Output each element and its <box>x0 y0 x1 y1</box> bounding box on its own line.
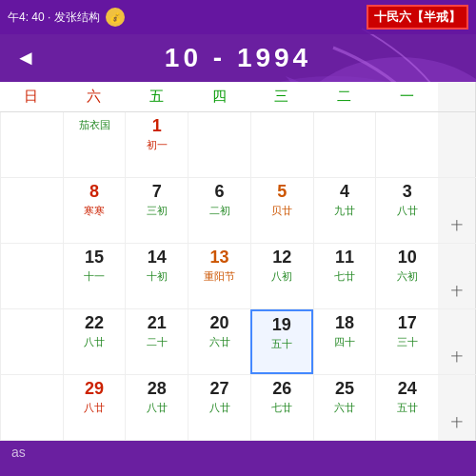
cell-sub-text: 初一 <box>129 138 184 152</box>
cal-cell-4-4[interactable]: 28八廿 <box>125 375 188 440</box>
cell-number: 3 <box>380 182 434 202</box>
cal-cell-2-2[interactable]: 12八初 <box>250 244 313 308</box>
calendar-row-0: 1初一茄衣国 <box>0 112 476 178</box>
cell-number: 6 <box>192 182 247 202</box>
cell-sub-text: 七廿 <box>255 401 309 415</box>
cell-sub-text: 二初 <box>192 204 247 218</box>
cell-sub-text: 贝廿 <box>255 204 309 218</box>
cell-sub-text: 八廿 <box>129 401 184 415</box>
cal-cell-3-2[interactable]: 19五十 <box>250 309 313 374</box>
cell-sub-text: 六廿 <box>318 401 372 415</box>
cell-sub-text: 八廿 <box>68 335 122 349</box>
calendar-header: 一二三四五六日 <box>0 82 476 112</box>
cal-cell-3-1[interactable]: 18四十 <box>313 309 376 374</box>
cal-cell-1-0[interactable]: 3八廿 <box>375 178 438 243</box>
calendar-row-2: 十10六初11七廿12八初13重阳节14十初15十一 <box>0 244 476 309</box>
cal-cell-1-6 <box>0 178 63 243</box>
calendar-body: 1初一茄衣国十3八廿4九廿5贝廿6二初7三初8寒寒十10六初11七廿12八初13… <box>0 112 476 441</box>
cell-number: 26 <box>255 379 309 399</box>
prev-month-button[interactable]: ◄ <box>15 46 36 70</box>
cell-number: 8 <box>68 182 122 202</box>
row-label-3: 十 <box>438 309 476 374</box>
cal-cell-1-4[interactable]: 7三初 <box>125 178 188 243</box>
cal-cell-4-5[interactable]: 29八廿 <box>63 375 126 440</box>
year-month-display: 1994 - 10 <box>165 43 311 73</box>
cal-cell-4-2[interactable]: 26七廿 <box>250 375 313 440</box>
cal-cell-1-2[interactable]: 5贝廿 <box>250 178 313 243</box>
cal-cell-3-6 <box>0 309 63 374</box>
cell-number: 12 <box>255 248 309 268</box>
cal-cell-1-5[interactable]: 8寒寒 <box>63 178 126 243</box>
cal-cell-4-1[interactable]: 25六廿 <box>313 375 376 440</box>
cell-number: 1 <box>129 116 184 136</box>
cal-cell-0-5: 茄衣国 <box>63 112 126 177</box>
cal-cell-3-0[interactable]: 17三十 <box>375 309 438 374</box>
weekday-header-三: 三 <box>250 82 313 111</box>
cell-number: 11 <box>318 248 372 268</box>
cal-cell-2-5[interactable]: 15十一 <box>63 244 126 308</box>
cal-cell-3-3[interactable]: 20六廿 <box>188 309 250 374</box>
row-label-4: 十 <box>438 375 476 440</box>
cal-cell-2-3[interactable]: 13重阳节 <box>188 244 250 308</box>
cell-sub-text: 六初 <box>380 269 434 284</box>
cell-sub-text: 七廿 <box>318 269 372 284</box>
header-side-cell <box>438 82 476 111</box>
cell-sub-text: 九廿 <box>318 204 372 218</box>
cell-sub-text: 六廿 <box>192 335 247 349</box>
cell-sub-text: 五廿 <box>380 401 434 415</box>
cal-cell-0-2 <box>250 112 313 177</box>
calendar-row-1: 十3八廿4九廿5贝廿6二初7三初8寒寒 <box>0 178 476 244</box>
cell-number: 15 <box>68 248 122 268</box>
cell-sub-text: 八初 <box>255 269 309 284</box>
cell-number: 24 <box>380 379 434 399</box>
cal-cell-3-5[interactable]: 22八廿 <box>63 309 126 374</box>
calendar-row-3: 十17三十18四十19五十20六廿21二十22八廿 <box>0 309 476 375</box>
cal-cell-0-0 <box>375 112 438 177</box>
cal-cell-1-3[interactable]: 6二初 <box>188 178 250 243</box>
cal-cell-2-1[interactable]: 11七廿 <box>313 244 376 308</box>
cal-cell-0-3 <box>188 112 250 177</box>
cell-sub-text: 二十 <box>129 335 184 349</box>
cal-cell-2-0[interactable]: 10六初 <box>375 244 438 308</box>
row-label-2: 十 <box>438 244 476 308</box>
cal-cell-4-0[interactable]: 24五廿 <box>375 375 438 440</box>
cal-cell-0-4[interactable]: 1初一 <box>125 112 188 177</box>
cell-sub-text: 三十 <box>380 335 434 349</box>
weekday-header-日: 日 <box>0 82 63 111</box>
cell-sub-text: 三初 <box>129 204 184 218</box>
cell-number: 4 <box>318 182 372 202</box>
weekday-header-二: 二 <box>313 82 376 111</box>
weekday-header-五: 五 <box>125 82 188 111</box>
cal-cell-1-1[interactable]: 4九廿 <box>313 178 376 243</box>
cell-number: 20 <box>192 313 247 333</box>
header-title: 十民六【半戒】 <box>367 5 468 30</box>
cell-sub-text: 八廿 <box>192 401 247 415</box>
header-right: 💰 午4: 40 · 发张结构 <box>8 8 125 27</box>
cell-number: 27 <box>192 379 247 399</box>
cell-number: 25 <box>318 379 372 399</box>
row-label-1: 十 <box>438 178 476 243</box>
cell-sub-text: 寒寒 <box>68 204 122 218</box>
header: 十民六【半戒】 💰 午4: 40 · 发张结构 <box>0 0 476 34</box>
calendar: 一二三四五六日 1初一茄衣国十3八廿4九廿5贝廿6二初7三初8寒寒十10六初11… <box>0 82 476 441</box>
cell-number: 21 <box>129 313 184 333</box>
cell-sub-text: 茄衣国 <box>68 118 122 132</box>
cal-cell-3-4[interactable]: 21二十 <box>125 309 188 374</box>
cell-sub-text: 四十 <box>318 335 372 349</box>
weekday-header-四: 四 <box>188 82 250 111</box>
cell-number: 28 <box>129 379 184 399</box>
cell-number: 17 <box>380 313 434 333</box>
cal-cell-2-4[interactable]: 14十初 <box>125 244 188 308</box>
cal-cell-0-6 <box>0 112 63 177</box>
cal-cell-4-6 <box>0 375 63 440</box>
header-left: 十民六【半戒】 <box>367 5 468 30</box>
calendar-row-4: 十24五廿25六廿26七廿27八廿28八廿29八廿 <box>0 375 476 441</box>
cell-number: 5 <box>255 182 309 202</box>
cell-sub-text: 重阳节 <box>192 269 247 284</box>
coin-icon: 💰 <box>106 8 125 27</box>
cell-sub-text: 五十 <box>256 337 307 351</box>
row-label-0 <box>438 112 476 177</box>
weekday-header-一: 一 <box>375 82 438 111</box>
header-time: 午4: 40 · 发张结构 <box>8 10 100 26</box>
cal-cell-4-3[interactable]: 27八廿 <box>188 375 250 440</box>
